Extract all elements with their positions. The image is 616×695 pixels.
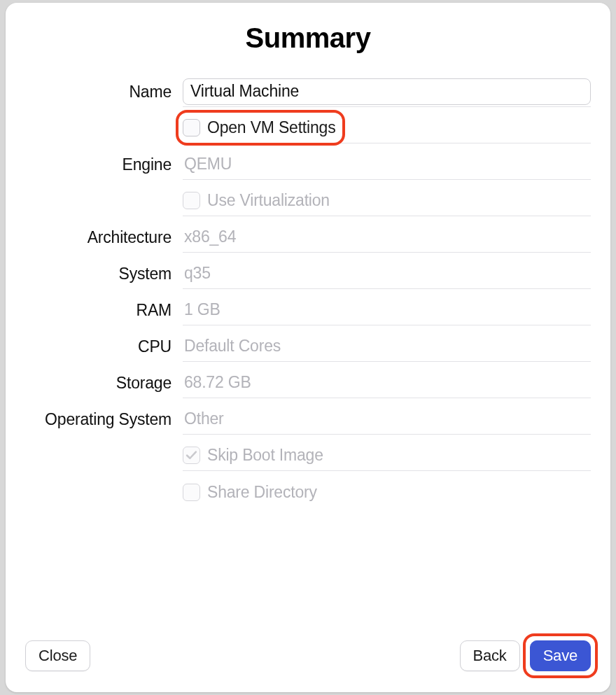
label-ram: RAM [25,301,183,320]
save-highlight: Save [530,640,591,671]
row-storage: Storage 68.72 GB [25,365,591,401]
field-share-dir: Share Directory [183,477,591,507]
checkbox-checked-icon [183,447,200,464]
value-ram: 1 GB [183,296,222,323]
field-storage: 68.72 GB [183,367,591,398]
field-name [183,76,591,107]
row-engine: Engine QEMU [25,146,591,183]
skip-boot-image-checkbox: Skip Boot Image [183,443,323,468]
footer: Close Back Save [25,640,591,671]
label-storage: Storage [25,374,183,393]
label-engine: Engine [25,155,183,174]
use-virtualization-checkbox: Use Virtualization [183,188,330,213]
checkbox-unchecked-icon [183,119,200,136]
field-ram: 1 GB [183,295,591,325]
label-os: Operating System [25,410,183,429]
field-open-settings: Open VM Settings [183,113,591,143]
value-storage: 68.72 GB [183,369,253,396]
value-engine: QEMU [183,150,233,178]
save-button[interactable]: Save [530,640,591,671]
open-settings-highlight: Open VM Settings [183,115,335,140]
open-vm-settings-label: Open VM Settings [207,118,335,137]
row-open-settings: Open VM Settings [25,110,591,146]
field-engine: QEMU [183,149,591,180]
checkbox-unchecked-icon [183,192,200,209]
row-architecture: Architecture x86_64 [25,219,591,255]
share-directory-label: Share Directory [207,483,317,502]
summary-form: Name Open VM Settings Engine [25,73,591,626]
checkbox-unchecked-icon [183,484,200,501]
value-cpu: Default Cores [183,332,282,360]
field-os: Other [183,404,591,435]
field-virtualization: Use Virtualization [183,185,591,216]
summary-panel: Summary Name Open VM Settings [6,3,610,692]
name-input[interactable] [183,78,591,105]
page-title: Summary [25,22,591,54]
use-virtualization-label: Use Virtualization [207,191,330,210]
open-vm-settings-checkbox[interactable]: Open VM Settings [183,115,335,140]
back-button[interactable]: Back [460,640,520,671]
right-buttons: Back Save [460,640,591,671]
skip-boot-image-label: Skip Boot Image [207,446,323,465]
value-architecture: x86_64 [183,223,237,251]
row-name: Name [25,73,591,110]
field-architecture: x86_64 [183,222,591,253]
row-cpu: CPU Default Cores [25,328,591,365]
field-skip-boot: Skip Boot Image [183,440,591,471]
value-system: q35 [183,260,212,287]
field-cpu: Default Cores [183,331,591,362]
row-share-dir: Share Directory [25,474,591,510]
label-architecture: Architecture [25,228,183,247]
close-button[interactable]: Close [25,640,90,671]
row-os: Operating System Other [25,401,591,437]
label-cpu: CPU [25,337,183,356]
row-virtualization: Use Virtualization [25,183,591,219]
label-system: System [25,265,183,283]
field-system: q35 [183,258,591,289]
row-ram: RAM 1 GB [25,292,591,328]
row-skip-boot: Skip Boot Image [25,437,591,474]
row-system: System q35 [25,255,591,292]
share-directory-checkbox: Share Directory [183,480,317,505]
label-name: Name [25,83,183,101]
value-os: Other [183,405,225,433]
